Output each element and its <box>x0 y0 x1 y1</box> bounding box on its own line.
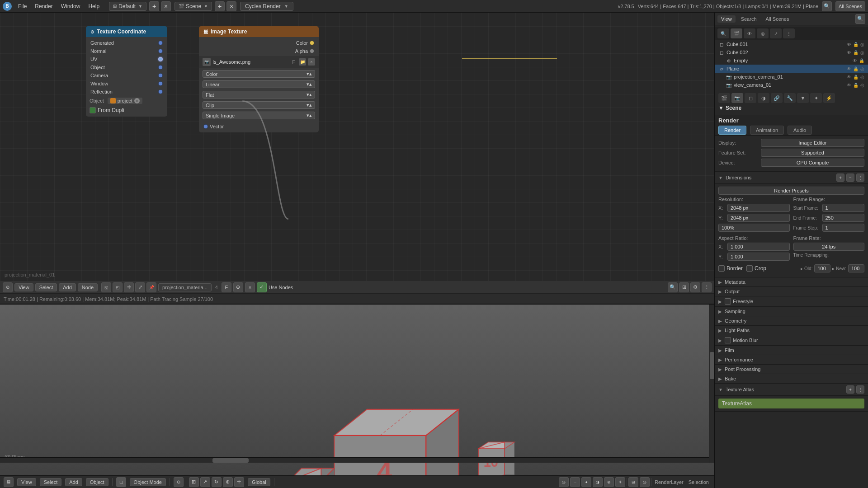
aspect-y-input[interactable]: 1.000 <box>727 253 790 261</box>
outliner-extra-btn[interactable]: ⋮ <box>783 28 795 38</box>
output-header[interactable]: ▶ Output <box>715 287 868 296</box>
search-btn[interactable]: 🔍 <box>822 1 832 11</box>
render-presets-btn[interactable]: Render Presets <box>718 187 864 195</box>
prop-constraint-btn[interactable]: 🔗 <box>771 93 783 103</box>
texture-atlas-item[interactable]: TextureAtlas <box>718 399 864 408</box>
prop-particle-btn[interactable]: ✦ <box>810 93 822 103</box>
viewport-area[interactable]: 4 10 <box>0 304 714 475</box>
dimensions-header[interactable]: ▼ Dimensions + − ⋮ <box>715 172 868 184</box>
outliner-render-btn[interactable]: ◎ <box>757 28 769 38</box>
node-pin-btn[interactable]: 📌 <box>146 282 156 292</box>
dimensions-remove-btn[interactable]: − <box>846 174 854 182</box>
node-node-btn[interactable]: Node <box>78 283 98 291</box>
menu-window[interactable]: Window <box>57 2 84 10</box>
render-engine-selector[interactable]: Cycles Render ▼ <box>240 2 293 11</box>
display-value-btn[interactable]: Image Editor <box>761 139 864 147</box>
outliner-scene-btn[interactable]: 🎬 <box>731 28 742 38</box>
prop-render-btn[interactable]: 📷 <box>731 93 743 103</box>
scene-selector[interactable]: 🎬 Scene ▼ <box>175 2 212 11</box>
film-header[interactable]: ▶ Film <box>715 346 868 355</box>
view-camera-eye[interactable]: 👁 <box>847 83 851 88</box>
frame-step-input[interactable]: 1 <box>822 224 865 232</box>
node-view-zoom-btn[interactable]: 🔍 <box>668 282 678 292</box>
it-vector-in-socket[interactable] <box>203 124 208 129</box>
proj-camera-render[interactable]: ◎ <box>860 75 864 80</box>
plane-render[interactable]: ◎ <box>860 66 864 71</box>
it-ext-selector[interactable]: Clip ▾▴ <box>203 101 315 109</box>
view-camera-lock[interactable]: 🔒 <box>853 83 859 88</box>
node-material-close-btn[interactable]: × <box>245 282 255 292</box>
layout-selector[interactable]: ⊞ Default ▼ <box>109 2 146 11</box>
remove-layout-btn[interactable]: × <box>161 1 171 11</box>
outliner-type-btn[interactable]: 🔍 <box>717 28 729 38</box>
vp-solid-btn[interactable]: ● <box>581 477 591 487</box>
plane-eye[interactable]: 👁 <box>847 66 851 71</box>
outliner-proj-camera[interactable]: 📷 projection_camera_01 👁 🔒 ◎ <box>722 73 868 81</box>
viewport-3d[interactable]: 4 10 <box>0 305 714 475</box>
vp-mode-btn[interactable]: Object Mode <box>130 478 166 486</box>
outliner-cube001[interactable]: ◻ Cube.001 👁 🔒 ◎ <box>715 40 868 48</box>
outliner-empty[interactable]: ⊕ Empty 👁 🔒 <box>722 56 868 65</box>
dimensions-extra-btn[interactable]: ⋮ <box>856 174 864 182</box>
vp-snap-btn[interactable]: ⊞ <box>189 477 199 487</box>
freestyle-header[interactable]: ▶ Freestyle <box>715 296 868 307</box>
node-use-nodes-toggle[interactable]: ✓ <box>257 282 267 292</box>
viewport-scrollbar-v[interactable] <box>709 305 714 463</box>
aspect-x-input[interactable]: 1.000 <box>727 243 790 251</box>
vp-global-btn[interactable]: Global <box>248 478 270 486</box>
prop-object-btn[interactable]: ◻ <box>745 93 756 103</box>
vp-prop-edit-btn[interactable]: ◎ <box>640 477 650 487</box>
metadata-header[interactable]: ▶ Metadata <box>715 277 868 287</box>
panel-search-btn[interactable]: Search <box>737 15 760 23</box>
all-scenes-btn[interactable]: All Scenes <box>835 1 865 11</box>
panel-all-scenes-btn[interactable]: All Scenes <box>762 15 793 23</box>
vp-draw-btn[interactable]: ∷ <box>570 477 580 487</box>
crop-checkbox[interactable] <box>746 265 753 272</box>
menu-render[interactable]: Render <box>31 2 56 10</box>
cube002-eye[interactable]: 👁 <box>847 50 851 55</box>
outliner-view-camera[interactable]: 📷 view_camera_01 👁 🔒 ◎ <box>722 81 868 89</box>
vp-cursor-btn[interactable]: ✛ <box>234 477 244 487</box>
panel-view-btn[interactable]: View <box>717 15 736 23</box>
it-alpha-socket[interactable] <box>310 49 314 53</box>
empty-lock[interactable]: 🔒 <box>859 58 864 63</box>
tc-object-close-btn[interactable]: × <box>134 98 140 103</box>
outliner-select-btn[interactable]: ↗ <box>770 28 782 38</box>
tab-render[interactable]: Render <box>718 126 746 135</box>
scrollbar-thumb-v[interactable] <box>710 352 714 379</box>
tc-camera-socket[interactable] <box>158 73 163 78</box>
cube002-render[interactable]: ◎ <box>860 50 864 55</box>
node-view-type2-btn[interactable]: ◰ <box>113 282 123 292</box>
node-view-btn[interactable]: View <box>14 283 33 291</box>
proj-camera-lock[interactable]: 🔒 <box>853 75 859 80</box>
vp-xray-btn[interactable]: ◎ <box>559 477 569 487</box>
post-processing-header[interactable]: ▶ Post Processing <box>715 365 868 374</box>
menu-help[interactable]: Help <box>85 2 103 10</box>
tc-uv-socket[interactable] <box>158 57 163 61</box>
bake-header[interactable]: ▶ Bake <box>715 374 868 384</box>
vp-rendered-btn[interactable]: ☀ <box>615 477 625 487</box>
device-value-btn[interactable]: GPU Compute <box>761 159 864 167</box>
prop-data-btn[interactable]: ▼ <box>797 93 809 103</box>
texture-atlas-extra-btn[interactable]: ⋮ <box>856 385 864 394</box>
prop-scene-btn[interactable]: 🎬 <box>718 93 730 103</box>
node-material-pin-btn[interactable]: F <box>222 282 231 292</box>
panel-search-icon-btn[interactable]: 🔍 <box>855 14 865 24</box>
vp-texture-btn[interactable]: ◑ <box>593 477 603 487</box>
texture-atlas-header[interactable]: ▼ Texture Atlas + ⋮ <box>715 384 868 396</box>
feature-set-value-btn[interactable]: Supported <box>761 149 864 157</box>
node-view-type-btn[interactable]: ◱ <box>101 282 111 292</box>
node-settings-btn[interactable]: ⚙ <box>690 282 700 292</box>
performance-header[interactable]: ▶ Performance <box>715 355 868 365</box>
texture-atlas-add-btn[interactable]: + <box>846 385 854 394</box>
vp-manip-btn[interactable]: ⊞ <box>628 477 638 487</box>
outliner-cube002[interactable]: ◻ Cube.002 👁 🔒 ◎ <box>715 48 868 56</box>
vp-add-btn[interactable]: Add <box>65 478 82 486</box>
motion-blur-header[interactable]: ▶ Motion Blur <box>715 335 868 346</box>
tc-object-socket[interactable] <box>158 65 163 70</box>
editor-type-btn[interactable]: ⊙ <box>3 282 13 292</box>
tc-window-socket[interactable] <box>158 81 163 86</box>
start-frame-input[interactable]: 1 <box>822 204 865 212</box>
vp-pivot-btn[interactable]: ⊙ <box>174 477 184 487</box>
it-proj-selector[interactable]: Flat ▾▴ <box>203 91 315 99</box>
